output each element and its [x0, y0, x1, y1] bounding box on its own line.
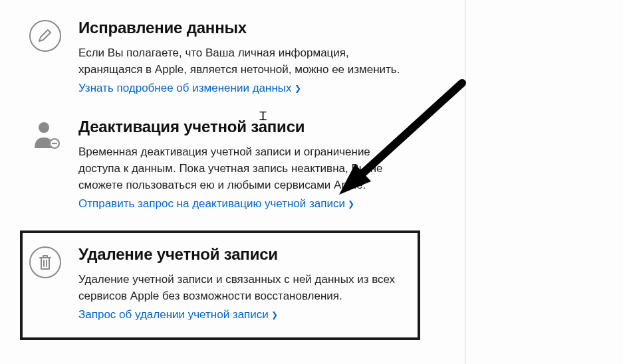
- learn-more-correction-link[interactable]: Узнать подробнее об изменении данных❯: [78, 82, 301, 95]
- section-description: Если Вы полагаете, что Ваша личная инфор…: [78, 45, 411, 78]
- section-title: Удаление учетной записи: [78, 245, 408, 264]
- section-description: Удаление учетной записи и связанных с не…: [78, 272, 408, 304]
- section-delete-account: Удаление учетной записи Удаление учетной…: [20, 230, 420, 340]
- section-content: Деактивация учетной записи Временная деа…: [78, 118, 455, 211]
- section-title: Деактивация учетной записи: [78, 118, 455, 136]
- section-content: Удаление учетной записи Удаление учетной…: [78, 245, 408, 321]
- chevron-right-icon: ❯: [348, 199, 354, 209]
- section-content: Исправление данных Если Вы полагаете, чт…: [78, 19, 455, 95]
- trash-icon: [29, 246, 61, 278]
- pencil-icon: [29, 20, 61, 52]
- chevron-right-icon: ❯: [295, 84, 301, 93]
- section-correct-data: Исправление данных Если Вы полагаете, чт…: [29, 12, 465, 111]
- request-deactivation-link[interactable]: Отправить запрос на деактивацию учетной …: [78, 197, 354, 211]
- svg-point-0: [39, 122, 49, 133]
- link-label: Отправить запрос на деактивацию учетной …: [78, 197, 345, 210]
- request-deletion-link[interactable]: Запрос об удалении учетной записи❯: [78, 308, 278, 321]
- section-deactivate-account: Деактивация учетной записи Временная деа…: [29, 111, 465, 227]
- person-minus-icon: [29, 119, 61, 151]
- section-title: Исправление данных: [78, 19, 455, 37]
- section-description: Временная деактивация учетной записи и о…: [78, 144, 411, 193]
- chevron-right-icon: ❯: [271, 310, 278, 319]
- link-label: Узнать подробнее об изменении данных: [78, 82, 292, 94]
- privacy-actions-container: Исправление данных Если Вы полагаете, чт…: [0, 0, 465, 364]
- link-label: Запрос об удалении учетной записи: [78, 308, 269, 321]
